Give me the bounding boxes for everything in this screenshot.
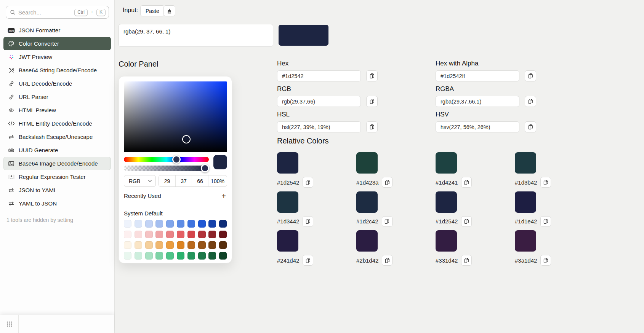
search-input[interactable] bbox=[18, 9, 72, 16]
copy-button[interactable] bbox=[382, 255, 392, 266]
palette-swatch[interactable] bbox=[187, 220, 195, 228]
palette-swatch[interactable] bbox=[166, 241, 174, 249]
copy-button[interactable] bbox=[366, 121, 378, 132]
sidebar-item-json-formatter[interactable]: JSON JSON Formatter bbox=[3, 24, 111, 37]
copy-button[interactable] bbox=[461, 255, 472, 266]
color-input[interactable]: rgba(29, 37, 66, 1) bbox=[119, 24, 273, 47]
palette-swatch[interactable] bbox=[177, 241, 184, 249]
format-select-value: RGB bbox=[129, 178, 140, 184]
palette-swatch[interactable] bbox=[177, 231, 184, 238]
copy-button[interactable] bbox=[382, 177, 392, 188]
palette-swatch[interactable] bbox=[208, 241, 216, 249]
palette-swatch[interactable] bbox=[219, 231, 227, 238]
palette-swatch[interactable] bbox=[208, 231, 216, 238]
conversion-hsl: HSL hsl(227, 39%, 19%) bbox=[277, 111, 380, 132]
palette-swatch[interactable] bbox=[208, 220, 216, 228]
palette-swatch[interactable] bbox=[135, 241, 142, 249]
sidebar-item-yaml-to-json[interactable]: YAML to JSON bbox=[3, 197, 111, 210]
palette-swatch[interactable] bbox=[124, 252, 131, 260]
copy-button[interactable] bbox=[366, 70, 378, 81]
palette-swatch[interactable] bbox=[155, 252, 163, 260]
palette-swatch[interactable] bbox=[198, 252, 206, 260]
palette-swatch[interactable] bbox=[145, 241, 153, 249]
clear-button[interactable] bbox=[163, 5, 175, 16]
palette-swatch[interactable] bbox=[187, 231, 195, 238]
palette-swatch[interactable] bbox=[219, 241, 227, 249]
sidebar-item-uuid-generate[interactable]: UUID Generate bbox=[3, 143, 111, 157]
copy-button[interactable] bbox=[540, 255, 551, 266]
blue-channel-input[interactable]: 66 bbox=[192, 175, 208, 186]
palette-swatch[interactable] bbox=[198, 220, 206, 228]
copy-button[interactable] bbox=[525, 96, 536, 107]
alpha-slider[interactable] bbox=[124, 166, 209, 171]
sidebar-item-json-to-yaml[interactable]: JSON to YAML bbox=[3, 183, 111, 197]
conversion-value-input[interactable]: #1d2542 bbox=[277, 70, 361, 81]
copy-button[interactable] bbox=[461, 216, 472, 227]
sidebar-item-html-entity[interactable]: HTML Entity Decode/Encode bbox=[3, 117, 111, 130]
saturation-value-area[interactable] bbox=[124, 81, 227, 152]
palette-swatch[interactable] bbox=[124, 231, 131, 238]
palette-swatch[interactable] bbox=[135, 220, 142, 228]
conversion-value-input[interactable]: #1d2542ff bbox=[436, 70, 519, 81]
copy-button[interactable] bbox=[525, 70, 536, 81]
sidebar-item-jwt-preview[interactable]: JWT Preview bbox=[3, 50, 111, 64]
alpha-slider-thumb[interactable] bbox=[201, 164, 209, 172]
palette-swatch[interactable] bbox=[145, 252, 153, 260]
format-select[interactable]: RGB bbox=[124, 175, 156, 187]
sidebar-item-url-parser[interactable]: URL Parser bbox=[3, 90, 111, 104]
conversion-value-input[interactable]: rgb(29,37,66) bbox=[277, 96, 361, 107]
hue-slider-thumb[interactable] bbox=[172, 155, 181, 164]
palette-swatch[interactable] bbox=[187, 252, 195, 260]
hue-slider[interactable] bbox=[124, 157, 209, 162]
palette-swatch[interactable] bbox=[198, 241, 206, 249]
sidebar-item-url-decode[interactable]: URL Decode/Encode bbox=[3, 77, 111, 90]
paste-button[interactable]: Paste bbox=[140, 5, 165, 16]
copy-button[interactable] bbox=[303, 216, 313, 227]
palette-swatch[interactable] bbox=[198, 231, 206, 238]
conversion-value-input[interactable]: hsv(227, 56%, 26%) bbox=[436, 121, 519, 132]
copy-button[interactable] bbox=[525, 121, 536, 132]
sidebar-item-regex-tester[interactable]: Regular Expression Tester bbox=[3, 170, 111, 183]
copy-button[interactable] bbox=[303, 177, 313, 188]
red-channel-input[interactable]: 29 bbox=[159, 175, 175, 186]
palette-swatch[interactable] bbox=[155, 220, 163, 228]
palette-swatch[interactable] bbox=[155, 231, 163, 238]
palette-swatch[interactable] bbox=[208, 252, 216, 260]
sidebar-item-backslash-escape[interactable]: Backslash Escape/Unescape bbox=[3, 130, 111, 143]
palette-swatch[interactable] bbox=[155, 241, 163, 249]
sidebar-item-html-preview[interactable]: HTML Preview bbox=[3, 104, 111, 117]
palette-swatch[interactable] bbox=[124, 241, 131, 249]
copy-button[interactable] bbox=[366, 96, 378, 107]
copy-button[interactable] bbox=[461, 177, 472, 188]
green-channel-input[interactable]: 37 bbox=[175, 175, 192, 186]
alpha-channel-input[interactable]: 100% bbox=[208, 175, 227, 186]
palette-swatch[interactable] bbox=[177, 252, 184, 260]
palette-swatch[interactable] bbox=[135, 231, 142, 238]
palette-swatch[interactable] bbox=[166, 252, 174, 260]
apps-grid-button[interactable] bbox=[0, 315, 19, 333]
palette-swatch[interactable] bbox=[219, 220, 227, 228]
palette-swatch[interactable] bbox=[145, 231, 153, 238]
palette-swatch[interactable] bbox=[145, 220, 153, 228]
add-recent-color-button[interactable]: + bbox=[219, 191, 229, 201]
relative-color-hex: #2b1d42 bbox=[356, 257, 378, 264]
copy-button[interactable] bbox=[540, 177, 551, 188]
palette-swatch[interactable] bbox=[187, 241, 195, 249]
copy-button[interactable] bbox=[303, 255, 313, 266]
palette-swatch[interactable] bbox=[135, 252, 142, 260]
copy-button[interactable] bbox=[382, 216, 392, 227]
palette-swatch[interactable] bbox=[177, 220, 184, 228]
palette-swatch[interactable] bbox=[219, 252, 227, 260]
copy-button[interactable] bbox=[540, 216, 551, 227]
palette-swatch[interactable] bbox=[124, 220, 131, 228]
search-box[interactable]: Ctrl + K bbox=[6, 6, 109, 19]
relative-colors-grid: #1d2542 #1d423a #1d4241 #1d3b42 bbox=[277, 152, 594, 269]
conversion-value-input[interactable]: hsl(227, 39%, 19%) bbox=[277, 121, 361, 132]
sidebar-item-base64-string[interactable]: Base64 String Decode/Encode bbox=[3, 64, 111, 77]
sv-cursor[interactable] bbox=[182, 135, 191, 143]
sidebar-item-base64-image[interactable]: Base64 Image Decode/Encode bbox=[3, 157, 111, 170]
sidebar-item-color-converter[interactable]: Color Converter bbox=[3, 37, 111, 50]
palette-swatch[interactable] bbox=[166, 220, 174, 228]
palette-swatch[interactable] bbox=[166, 231, 174, 238]
conversion-value-input[interactable]: rgba(29,37,66,1) bbox=[436, 96, 519, 107]
